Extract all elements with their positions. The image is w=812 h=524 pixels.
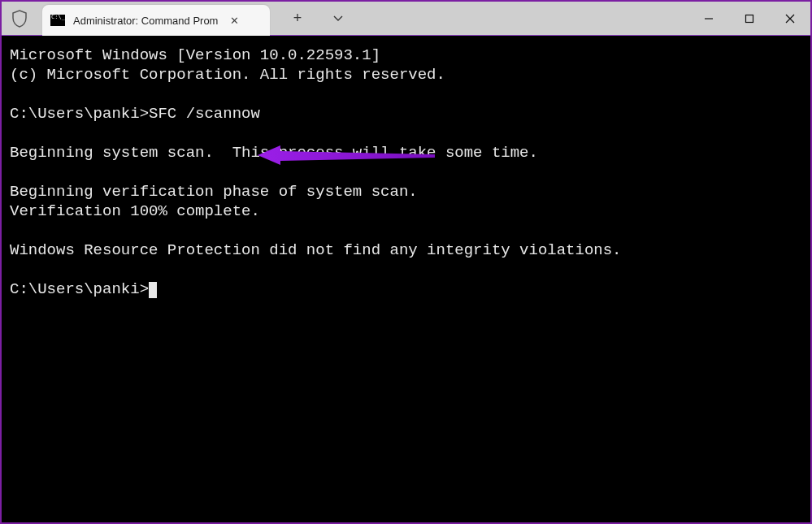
tab-title: Administrator: Command Prom xyxy=(73,15,218,27)
line: Microsoft Windows [Version 10.0.22593.1] xyxy=(10,46,380,64)
terminal-output[interactable]: Microsoft Windows [Version 10.0.22593.1]… xyxy=(2,36,810,522)
close-button[interactable] xyxy=(770,2,810,35)
minimize-button[interactable] xyxy=(688,2,729,35)
cursor xyxy=(149,282,157,298)
tab-close-button[interactable]: ✕ xyxy=(226,12,242,28)
window-controls xyxy=(688,2,810,35)
tab-actions: + xyxy=(270,2,350,35)
line: Windows Resource Protection did not find… xyxy=(10,241,622,259)
maximize-button[interactable] xyxy=(729,2,770,35)
titlebar[interactable]: Administrator: Command Prom ✕ + xyxy=(2,2,810,36)
terminal-window: Administrator: Command Prom ✕ + Microsof… xyxy=(2,2,810,522)
prompt: C:\Users\panki> xyxy=(10,105,149,123)
line: (c) Microsoft Corporation. All rights re… xyxy=(10,66,445,84)
tab-dropdown-button[interactable] xyxy=(327,7,350,30)
tab-active[interactable]: Administrator: Command Prom ✕ xyxy=(42,5,270,36)
svg-rect-1 xyxy=(746,15,753,22)
new-tab-button[interactable]: + xyxy=(286,7,309,30)
command: SFC /scannow xyxy=(149,105,260,123)
prompt: C:\Users\panki> xyxy=(10,280,149,298)
line: Verification 100% complete. xyxy=(10,202,260,220)
cmd-icon xyxy=(50,15,65,26)
line: Beginning system scan. This process will… xyxy=(10,144,538,162)
line: Beginning verification phase of system s… xyxy=(10,183,418,201)
shield-icon xyxy=(2,2,37,35)
